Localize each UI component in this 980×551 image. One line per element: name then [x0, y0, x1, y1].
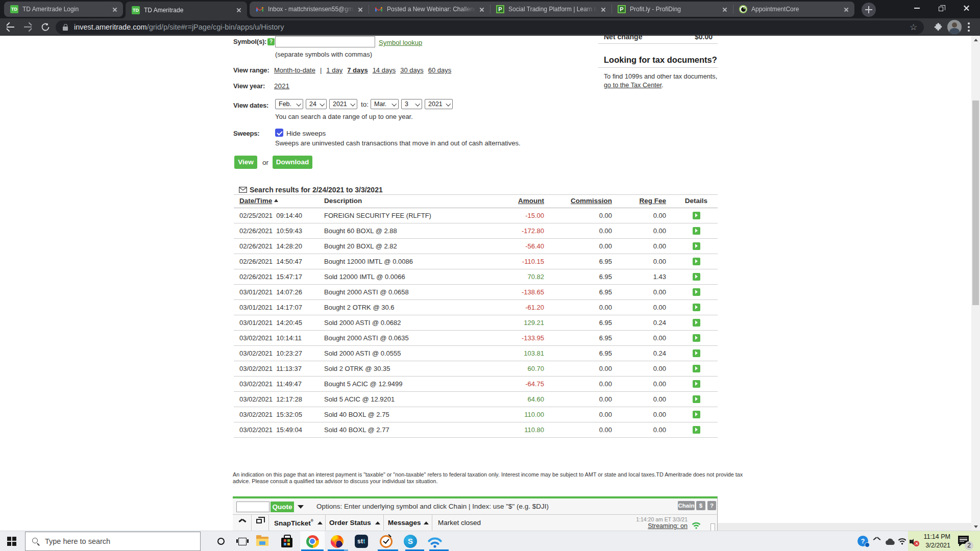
details-button[interactable] [693, 380, 700, 388]
details-button[interactable] [693, 319, 700, 327]
tab-close-icon[interactable] [235, 6, 243, 14]
browser-tab-4[interactable]: Posted a New Webinar: Challenge [369, 2, 490, 17]
range-option-60-days[interactable]: 60 days [428, 66, 452, 74]
back-button[interactable] [4, 20, 17, 34]
tray-expand-chevron-icon[interactable] [874, 539, 880, 543]
window-close-button[interactable] [953, 0, 980, 16]
file-explorer-button[interactable] [250, 531, 275, 551]
browser-tab-6[interactable]: PProfit.ly - ProfiDing [611, 2, 733, 17]
details-button[interactable] [693, 349, 700, 357]
range-option-month-to-date[interactable]: Month-to-date [274, 66, 315, 74]
forward-button[interactable] [21, 20, 35, 34]
collapse-chevron-icon[interactable] [239, 521, 245, 524]
new-tab-button[interactable] [862, 3, 876, 17]
scrollbar-thumb[interactable] [972, 101, 979, 305]
window-restore-button[interactable] [929, 0, 953, 16]
browser-menu-kebab-icon[interactable] [968, 22, 970, 32]
popout-window-icon[interactable] [256, 519, 262, 523]
vertical-scrollbar[interactable] [971, 36, 980, 531]
quote-help-button[interactable]: ? [707, 501, 716, 510]
symbol-lookup-link[interactable]: Symbol lookup [379, 39, 422, 46]
details-button[interactable] [693, 212, 700, 219]
taskbar-clock[interactable]: 11:14 PM 3/2/2021 [919, 533, 950, 549]
details-button[interactable] [693, 273, 700, 281]
browser-tab-2[interactable]: TDTD Ameritrade [126, 2, 247, 18]
from-year-select[interactable]: 2021 [329, 99, 357, 109]
col-datetime[interactable]: Date/Time [239, 197, 272, 205]
volume-muted-tray-icon[interactable] [910, 538, 919, 545]
browser-tab-1[interactable]: TDTD Ameritrade Login [4, 2, 123, 17]
range-option-1-day[interactable]: 1 day [326, 66, 342, 74]
quote-button[interactable]: Quote [271, 502, 294, 512]
tab-close-icon[interactable] [111, 5, 119, 13]
download-button[interactable]: Download [273, 156, 312, 169]
resize-handle[interactable] [710, 523, 715, 531]
microsoft-store-button[interactable] [275, 531, 299, 551]
col-commission[interactable]: Commission [571, 197, 612, 205]
streaming-status-link[interactable]: Streaming: on [648, 522, 688, 530]
extensions-puzzle-icon[interactable] [933, 21, 945, 33]
details-button[interactable] [693, 258, 700, 265]
profile-avatar[interactable] [947, 20, 962, 34]
details-button[interactable] [693, 242, 700, 250]
tab-close-icon[interactable] [842, 5, 850, 13]
firefox-taskbar-button[interactable] [325, 531, 349, 551]
appointment-clock-taskbar-button[interactable] [374, 531, 398, 551]
details-button[interactable] [693, 365, 700, 372]
onedrive-cloud-icon[interactable] [885, 538, 895, 547]
order-status-menu[interactable]: Order Status [329, 519, 371, 527]
window-minimize-button[interactable] [905, 0, 929, 16]
view-year-link[interactable]: 2021 [274, 82, 289, 90]
bookmark-star-icon[interactable]: ☆ [909, 23, 918, 32]
quote-dropdown-caret[interactable] [298, 505, 304, 509]
cortana-button[interactable] [209, 531, 233, 551]
taskbar-search-box[interactable]: Type here to search [25, 532, 201, 551]
tax-center-link[interactable]: go to the Tax Center [604, 82, 662, 89]
chain-button[interactable]: Chain [678, 501, 695, 510]
details-button[interactable] [693, 304, 700, 311]
tab-close-icon[interactable] [356, 5, 364, 13]
col-regfee[interactable]: Reg Fee [639, 197, 666, 205]
from-month-select[interactable]: Feb. [275, 99, 303, 109]
symbols-input[interactable] [275, 36, 375, 47]
col-amount[interactable]: Amount [518, 197, 544, 205]
scroll-up-arrow[interactable] [974, 39, 978, 41]
lock-icon[interactable] [63, 24, 68, 31]
action-center-button[interactable]: 2 [958, 536, 970, 547]
stockstotrade-taskbar-button[interactable]: stt [349, 531, 374, 551]
horizontal-scrollbar-track[interactable] [718, 523, 971, 531]
browser-tab-7[interactable]: AppointmentCore [733, 2, 854, 17]
from-day-select[interactable]: 24 [306, 99, 327, 109]
details-button[interactable] [693, 395, 700, 403]
browser-tab-5[interactable]: PSocial Trading Platform | Learn to [490, 2, 611, 17]
hide-sweeps-checkbox[interactable] [275, 129, 283, 137]
range-option-30-days[interactable]: 30 days [400, 66, 424, 74]
details-button[interactable] [693, 411, 700, 418]
dollar-button[interactable]: $ [696, 501, 705, 510]
network-wifi-tray-icon[interactable] [898, 538, 906, 545]
details-button[interactable] [693, 426, 700, 434]
skype-taskbar-button[interactable]: S [398, 531, 423, 551]
details-button[interactable] [693, 288, 700, 296]
to-day-select[interactable]: 3 [401, 99, 422, 109]
to-month-select[interactable]: Mar. [371, 99, 399, 109]
tab-close-icon[interactable] [599, 5, 607, 13]
chrome-taskbar-button[interactable] [300, 531, 325, 551]
range-option-7-days[interactable]: 7 days [347, 66, 368, 74]
quote-symbol-input[interactable] [236, 502, 270, 512]
details-button[interactable] [693, 227, 700, 235]
to-year-select[interactable]: 2021 [425, 99, 453, 109]
url-bar[interactable]: invest.ameritrade.com/grid/p/site#r=jPag… [56, 20, 924, 34]
messages-menu[interactable]: Messages [388, 519, 421, 527]
browser-tab-3[interactable]: Inbox - mattchristensen55@gma [250, 2, 369, 17]
tab-close-icon[interactable] [721, 5, 729, 13]
view-button[interactable]: View [234, 156, 257, 169]
start-button[interactable] [7, 537, 16, 546]
symbols-help-icon[interactable]: ? [267, 38, 275, 45]
snapticket-menu[interactable]: SnapTicket® [274, 519, 313, 527]
range-option-14-days[interactable]: 14 days [373, 66, 396, 74]
wifi-app-taskbar-button[interactable] [423, 531, 447, 551]
details-button[interactable] [693, 334, 700, 342]
reload-button[interactable] [39, 20, 52, 34]
scroll-down-arrow[interactable] [974, 525, 978, 528]
